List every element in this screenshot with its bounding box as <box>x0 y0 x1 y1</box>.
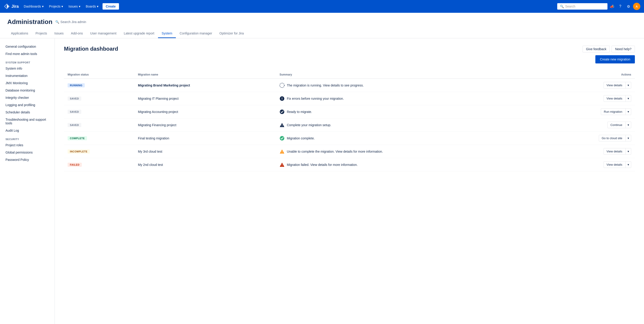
action-label[interactable]: View details <box>604 148 625 154</box>
name-cell: Migrating Accounting project <box>134 105 276 118</box>
tab-user-management[interactable]: User management <box>86 29 120 38</box>
nav-projects[interactable]: Projects ▾ <box>47 3 66 9</box>
chevron-down-icon[interactable]: ▾ <box>626 109 631 115</box>
migration-table: Migration status Migration name Summary … <box>64 71 635 171</box>
status-badge: INCOMPLETE <box>68 149 90 154</box>
migration-name: My 2nd cloud test <box>138 163 163 167</box>
admin-title: Administration <box>7 18 52 25</box>
user-avatar[interactable]: A <box>633 3 640 10</box>
create-button[interactable]: Create <box>102 3 119 9</box>
sidebar-item-find-admin-tools[interactable]: Find more admin tools <box>0 50 54 57</box>
top-nav: Jira Dashboards ▾ Projects ▾ Issues ▾ Bo… <box>0 0 644 13</box>
nav-boards[interactable]: Boards ▾ <box>84 3 101 9</box>
nav-issues[interactable]: Issues ▾ <box>66 3 82 9</box>
col-actions: Actions <box>540 71 635 79</box>
migration-name: Final testing migration <box>138 136 169 140</box>
chevron-down-icon[interactable]: ▾ <box>626 148 631 154</box>
action-label[interactable]: Run migration <box>601 109 625 115</box>
give-feedback-button[interactable]: Give feedback <box>582 46 610 52</box>
tab-optimizer[interactable]: Optimizer for Jira <box>216 29 248 38</box>
svg-text:!: ! <box>282 164 282 167</box>
summary-icon <box>280 83 284 88</box>
action-cell: Continue ▾ <box>540 118 635 132</box>
svg-text:!: ! <box>282 124 282 127</box>
tab-addons[interactable]: Add-ons <box>67 29 86 38</box>
sidebar-section-system-support: SYSTEM SUPPORT <box>0 57 54 65</box>
sidebar-item-troubleshooting[interactable]: Troubleshooting and support tools <box>0 116 54 127</box>
action-button[interactable]: Run migration ▾ <box>601 108 631 115</box>
tab-config-manager[interactable]: Configuration manager <box>176 29 216 38</box>
jira-logo[interactable]: Jira <box>4 3 19 9</box>
name-cell: Migrating IT Planning project <box>134 92 276 105</box>
col-summary: Summary <box>276 71 540 79</box>
action-button[interactable]: View details ▾ <box>604 82 631 88</box>
name-cell: Final testing migration <box>134 132 276 145</box>
search-input[interactable]: 🔍 Search <box>557 3 608 9</box>
action-button[interactable]: View details ▾ <box>604 148 631 155</box>
action-label[interactable]: View details <box>604 95 625 101</box>
tab-latest-upgrade[interactable]: Latest upgrade report <box>120 29 158 38</box>
table-row: COMPLETE Final testing migration Migrati… <box>64 132 635 145</box>
sidebar-item-project-roles[interactable]: Project roles <box>0 141 54 149</box>
sidebar-section-security: SECURITY <box>0 134 54 141</box>
action-label[interactable]: Continue <box>608 122 625 128</box>
chevron-down-icon[interactable]: ▾ <box>626 135 631 141</box>
table-row: SAVED Migrating Financing project ! Comp… <box>64 118 635 132</box>
action-button[interactable]: View details ▾ <box>604 161 631 168</box>
sidebar-item-integrity-checker[interactable]: Integrity checker <box>0 94 54 101</box>
tab-system[interactable]: System <box>158 29 176 38</box>
sidebar-item-logging-profiling[interactable]: Logging and profiling <box>0 101 54 109</box>
sidebar-item-general-configuration[interactable]: General configuration <box>0 43 54 50</box>
action-label[interactable]: View details <box>604 162 625 168</box>
help-icon[interactable]: ? <box>616 3 624 10</box>
summary-icon: ! <box>280 162 284 167</box>
table-row: FAILED My 2nd cloud test ! Migration fai… <box>64 158 635 171</box>
chevron-down-icon[interactable]: ▾ <box>626 95 631 101</box>
summary-text: Unable to complete the migration. View d… <box>287 150 383 153</box>
table-row: INCOMPLETE My 3rd cloud test ! Unable to… <box>64 145 635 158</box>
summary-cell: Ready to migrate. <box>276 105 540 118</box>
tab-projects[interactable]: Projects <box>32 29 51 38</box>
svg-point-0 <box>280 83 284 88</box>
svg-text:!: ! <box>282 151 282 154</box>
summary-icon: ! <box>280 149 284 154</box>
name-cell: My 2nd cloud test <box>134 158 276 171</box>
summary-cell: Migration complete. <box>276 132 540 145</box>
need-help-button[interactable]: Need help? <box>612 46 635 52</box>
summary-text: Migration complete. <box>287 136 315 140</box>
chevron-down-icon[interactable]: ▾ <box>626 122 631 128</box>
summary-icon <box>280 109 284 114</box>
name-cell: Migrating Financing project <box>134 118 276 132</box>
action-button[interactable]: Continue ▾ <box>608 122 631 128</box>
action-label[interactable]: View details <box>604 82 625 88</box>
sidebar-item-database-monitoring[interactable]: Database monitoring <box>0 87 54 94</box>
chevron-down-icon[interactable]: ▾ <box>626 82 631 88</box>
nav-dashboards[interactable]: Dashboards ▾ <box>22 3 46 9</box>
sidebar-item-instrumentation[interactable]: Instrumentation <box>0 72 54 79</box>
status-cell: SAVED <box>64 105 134 118</box>
tab-applications[interactable]: Applications <box>7 29 32 38</box>
sidebar-item-system-info[interactable]: System info <box>0 65 54 72</box>
action-button[interactable]: Go to cloud site ▾ <box>599 135 631 141</box>
action-label[interactable]: Go to cloud site <box>599 135 625 141</box>
action-cell: View details ▾ <box>540 158 635 171</box>
summary-cell: ! Fix errors before running your migrati… <box>276 92 540 105</box>
sidebar-item-password-policy[interactable]: Password Policy <box>0 156 54 163</box>
migration-name: Migrating Financing project <box>138 123 176 127</box>
summary-text: Fix errors before running your migration… <box>287 97 344 100</box>
sidebar-item-audit-log[interactable]: Audit Log <box>0 127 54 134</box>
notifications-icon[interactable]: 📣 <box>608 3 616 10</box>
admin-search[interactable]: 🔍 Search Jira admin <box>55 20 86 24</box>
create-migration-button[interactable]: Create new migration <box>595 55 635 63</box>
summary-cell: ! Unable to complete the migration. View… <box>276 145 540 158</box>
summary-icon <box>280 136 284 141</box>
tab-issues[interactable]: Issues <box>51 29 67 38</box>
chevron-down-icon[interactable]: ▾ <box>626 162 631 168</box>
settings-icon[interactable]: ⚙ <box>625 3 632 10</box>
summary-text: Complete your migration setup. <box>287 123 331 127</box>
sidebar-item-scheduler-details[interactable]: Scheduler details <box>0 109 54 116</box>
sidebar-item-jmx-monitoring[interactable]: JMX Monitoring <box>0 79 54 87</box>
action-button[interactable]: View details ▾ <box>604 95 631 102</box>
page-title: Migration dashboard <box>64 46 118 52</box>
sidebar-item-global-permissions[interactable]: Global permissions <box>0 149 54 156</box>
